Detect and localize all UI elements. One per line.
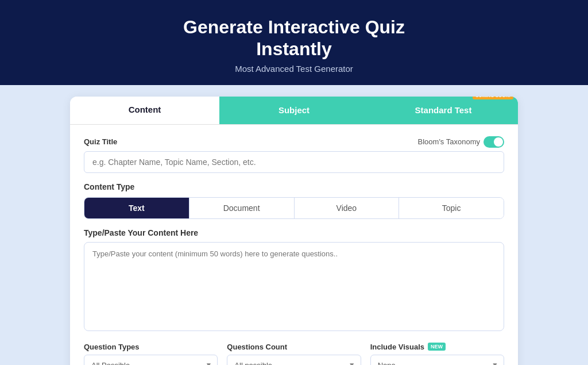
- content-type-tabs: Text Document Video Topic: [84, 197, 504, 219]
- question-types-select-wrapper: All Possible. ▼: [84, 355, 218, 365]
- tab-standard-test[interactable]: Standard Test Coming Soon!: [369, 97, 518, 124]
- include-visuals-field: Include Visuals NEW None. ▼: [370, 343, 504, 365]
- bloom-toggle-switch[interactable]: [483, 136, 504, 148]
- main-tabs: Content Subject Standard Test Coming Soo…: [70, 97, 518, 125]
- quiz-title-label: Quiz Title: [84, 137, 117, 146]
- questions-count-label: Questions Count: [227, 343, 361, 351]
- ct-tab-topic[interactable]: Topic: [399, 198, 504, 218]
- tab-content[interactable]: Content: [70, 97, 219, 124]
- toggle-knob: [494, 137, 503, 147]
- content-area-label: Type/Paste Your Content Here: [84, 228, 504, 237]
- ct-tab-text[interactable]: Text: [84, 198, 189, 218]
- card-body: Quiz Title Bloom's Taxonomy Content Type…: [70, 125, 518, 365]
- bloom-toggle-container[interactable]: Bloom's Taxonomy: [418, 136, 504, 148]
- tab-subject[interactable]: Subject: [219, 97, 369, 124]
- ct-tab-document[interactable]: Document: [189, 198, 295, 218]
- page-subtitle: Most Advanced Test Generator: [11, 64, 577, 74]
- new-badge: NEW: [428, 343, 446, 351]
- quiz-title-row: Quiz Title Bloom's Taxonomy: [84, 136, 504, 148]
- bottom-row: Question Types All Possible. ▼ Questions…: [84, 343, 504, 365]
- page-header: Generate Interactive Quiz Instantly Most…: [0, 0, 588, 85]
- question-types-field: Question Types All Possible. ▼: [84, 343, 218, 365]
- ct-tab-video[interactable]: Video: [295, 198, 400, 218]
- page-title: Generate Interactive Quiz Instantly: [11, 16, 577, 60]
- question-types-select[interactable]: All Possible.: [84, 355, 218, 365]
- content-textarea[interactable]: [84, 242, 504, 331]
- include-visuals-select[interactable]: None.: [370, 355, 504, 365]
- bloom-label: Bloom's Taxonomy: [418, 137, 480, 146]
- quiz-card: Content Subject Standard Test Coming Soo…: [70, 97, 518, 365]
- questions-count-field: Questions Count All possible. ▼: [227, 343, 361, 365]
- content-type-label: Content Type: [84, 182, 504, 191]
- question-types-label: Question Types: [84, 343, 218, 351]
- quiz-title-input[interactable]: [84, 151, 504, 173]
- questions-count-select[interactable]: All possible.: [227, 355, 361, 365]
- main-area: Content Subject Standard Test Coming Soo…: [0, 85, 588, 365]
- include-visuals-select-wrapper: None. ▼: [370, 355, 504, 365]
- coming-soon-badge: Coming Soon!: [473, 97, 513, 99]
- include-visuals-label: Include Visuals NEW: [370, 343, 504, 351]
- questions-count-select-wrapper: All possible. ▼: [227, 355, 361, 365]
